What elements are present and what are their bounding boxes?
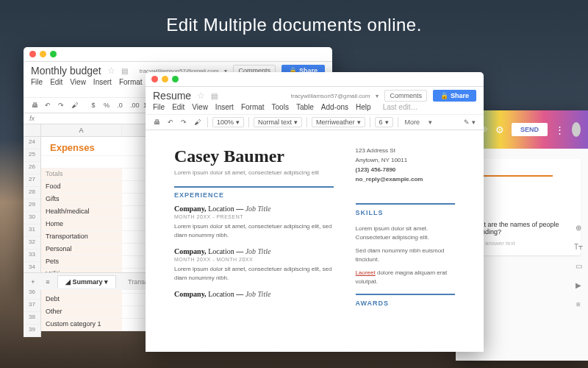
- font-select[interactable]: Merriweather▾: [312, 117, 365, 127]
- menu-help[interactable]: Help: [356, 103, 371, 111]
- minimize-icon[interactable]: [162, 76, 168, 82]
- more-vert-icon[interactable]: ⋮: [555, 124, 564, 135]
- cell-label[interactable]: Debt: [41, 294, 122, 305]
- folder-icon[interactable]: ▤: [211, 92, 218, 100]
- account-dropdown-icon[interactable]: ▾: [376, 93, 379, 99]
- skills-text: Laoreet dolore magna aliquam erat volutp…: [356, 269, 455, 286]
- row-number[interactable]: 26: [24, 162, 40, 174]
- row-number[interactable]: 29: [24, 199, 40, 212]
- cell-label[interactable]: Personal: [41, 244, 122, 255]
- row-number[interactable]: 38: [24, 312, 40, 325]
- row-number[interactable]: 30: [24, 212, 40, 224]
- menu-view[interactable]: View: [192, 103, 208, 111]
- menu-insert[interactable]: Insert: [215, 103, 234, 111]
- cell-label[interactable]: Food: [41, 181, 122, 193]
- all-sheets-icon[interactable]: ≡: [43, 277, 53, 287]
- share-button[interactable]: 🔒Share: [433, 90, 476, 102]
- menu-table[interactable]: Table: [296, 103, 314, 111]
- text-icon[interactable]: Tᴛ: [572, 240, 585, 253]
- doc-title[interactable]: Monthly budget: [31, 65, 101, 77]
- job-entry: Company, Location — Job TitleMONTH 20XX …: [174, 247, 334, 283]
- inc-decimals-icon[interactable]: .00: [128, 100, 138, 110]
- add-sheet-icon[interactable]: +: [28, 277, 38, 287]
- menu-format[interactable]: Format: [119, 78, 143, 94]
- cell-label[interactable]: Pets: [41, 256, 122, 268]
- menu-tools[interactable]: Tools: [272, 103, 289, 111]
- menu-edit[interactable]: Edit: [50, 78, 62, 94]
- account-email[interactable]: tracywilliamson57@gmail.com: [291, 93, 370, 99]
- section-icon[interactable]: ≡: [572, 297, 585, 311]
- zoom-icon[interactable]: [172, 76, 179, 82]
- dec-decimals-icon[interactable]: .0: [115, 100, 125, 110]
- video-icon[interactable]: ▶: [572, 278, 585, 291]
- redo-icon[interactable]: ↷: [179, 117, 189, 127]
- menu-insert[interactable]: Insert: [93, 78, 112, 94]
- job-date: MONTH 20XX - PRESENT: [174, 214, 334, 219]
- skills-header: SKILLS: [356, 203, 455, 219]
- cell-label[interactable]: Health/medical: [41, 206, 122, 218]
- row-number[interactable]: 32: [24, 237, 40, 250]
- add-icon[interactable]: ⊕: [572, 221, 585, 234]
- print-icon[interactable]: 🖶: [151, 117, 162, 127]
- forms-toolbar: ⊕ Tᴛ ▭ ▶ ≡: [572, 221, 585, 311]
- promo-title: Edit Multiple documents online.: [0, 0, 588, 46]
- more-label[interactable]: More: [403, 117, 423, 127]
- zoom-select[interactable]: 100%▾: [212, 117, 244, 127]
- menu-format[interactable]: Format: [241, 103, 265, 111]
- forms-question[interactable]: What are the names of people attending?: [470, 221, 573, 236]
- undo-icon[interactable]: ↶: [165, 117, 176, 127]
- menu-edit[interactable]: Edit: [172, 103, 184, 111]
- contact-city: Anytown, NY 10011: [356, 156, 455, 165]
- edit-mode-icon[interactable]: ✎ ▾: [462, 117, 478, 127]
- font-size-select[interactable]: 6▾: [375, 117, 393, 127]
- avatar[interactable]: [572, 122, 581, 137]
- titlebar: [24, 47, 332, 62]
- forms-answer-placeholder[interactable]: Long answer text: [470, 240, 573, 247]
- folder-icon[interactable]: ▤: [121, 67, 128, 75]
- sheet-tab-active[interactable]: ◢ Summary ▾: [57, 275, 116, 288]
- row-number[interactable]: 33: [24, 250, 40, 262]
- paint-icon[interactable]: 🖌: [192, 117, 203, 127]
- col-header[interactable]: A: [41, 124, 122, 136]
- job-desc: Lorem ipsum dolor sit amet, consectetuer…: [174, 265, 334, 283]
- menu-file[interactable]: File: [153, 103, 165, 111]
- row-number[interactable]: 39: [24, 325, 40, 337]
- skills-link[interactable]: Laoreet: [356, 269, 376, 276]
- gear-icon[interactable]: ⚙: [495, 124, 504, 135]
- cell-label[interactable]: Transportation: [41, 231, 122, 243]
- row-number[interactable]: 27: [24, 174, 40, 187]
- cell-label[interactable]: Custom category 1: [41, 319, 122, 330]
- cell-label[interactable]: Home: [41, 219, 122, 230]
- print-icon[interactable]: 🖶: [29, 100, 40, 110]
- menu-addons[interactable]: Add-ons: [321, 103, 348, 111]
- paint-icon[interactable]: 🖌: [69, 100, 79, 110]
- currency-icon[interactable]: $: [88, 100, 98, 110]
- row-number[interactable]: 28: [24, 187, 40, 199]
- job-title-line: Company, Location — Job Title: [174, 290, 334, 298]
- doc-title[interactable]: Resume: [153, 90, 191, 102]
- percent-icon[interactable]: %: [101, 100, 112, 110]
- close-icon[interactable]: [29, 51, 36, 57]
- undo-icon[interactable]: ↶: [43, 100, 53, 110]
- row-number[interactable]: 31: [24, 224, 40, 237]
- zoom-icon[interactable]: [50, 51, 57, 57]
- redo-icon[interactable]: ↷: [56, 100, 66, 110]
- menu-file[interactable]: File: [31, 78, 43, 94]
- row-number[interactable]: 24: [24, 137, 40, 149]
- star-icon[interactable]: ☆: [107, 66, 115, 76]
- job-title-line: Company, Location — Job Title: [174, 247, 334, 255]
- send-button[interactable]: SEND: [512, 123, 548, 136]
- cell-label[interactable]: Other: [41, 306, 122, 318]
- image-icon[interactable]: ▭: [572, 259, 585, 272]
- star-icon[interactable]: ☆: [197, 91, 205, 101]
- close-icon[interactable]: [151, 76, 158, 82]
- menu-view[interactable]: View: [70, 78, 86, 94]
- minimize-icon[interactable]: [40, 51, 46, 57]
- row-number[interactable]: 25: [24, 149, 40, 162]
- cell-label[interactable]: Gifts: [41, 194, 122, 205]
- comments-button[interactable]: Comments: [384, 90, 427, 102]
- chevron-down-icon: ▾: [357, 118, 361, 126]
- style-select[interactable]: Normal text▾: [254, 117, 302, 127]
- chevron-down-icon[interactable]: ▾: [425, 117, 435, 127]
- row-number[interactable]: 37: [24, 300, 40, 312]
